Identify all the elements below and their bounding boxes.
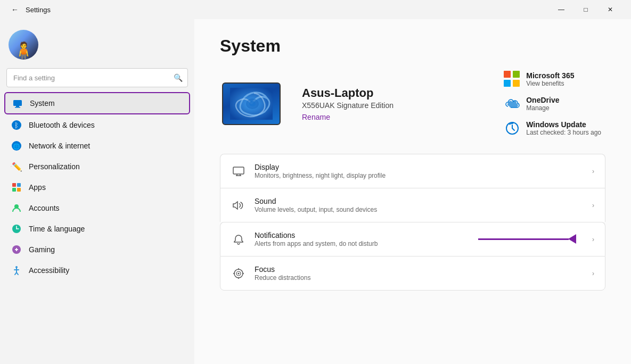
minimize-button[interactable]: —	[549, 1, 573, 18]
svg-line-24	[17, 272, 18, 275]
close-button[interactable]: ✕	[598, 1, 622, 18]
onedrive-text: OneDrive Manage	[526, 96, 559, 112]
focus-title: Focus	[255, 265, 584, 274]
laptop-swirl-svg	[230, 88, 273, 120]
personalization-icon: ✏️	[11, 161, 22, 172]
sidebar-item-personalization[interactable]: ✏️ Personalization	[4, 156, 190, 177]
focus-chevron: ›	[592, 270, 594, 277]
quick-action-onedrive[interactable]: OneDrive Manage	[504, 95, 601, 112]
svg-rect-11	[12, 188, 16, 192]
user-avatar-area: 🧍	[4, 26, 190, 68]
sidebar-item-system[interactable]: System	[4, 92, 190, 114]
settings-row-focus[interactable]: Focus Reduce distractions ›	[220, 256, 605, 291]
svg-rect-29	[233, 167, 244, 174]
sound-text: Sound Volume levels, output, input, soun…	[255, 197, 584, 213]
settings-row-notifications[interactable]: Notifications Alerts from apps and syste…	[220, 222, 605, 256]
notifications-title: Notifications	[255, 231, 584, 239]
onedrive-subtitle: Manage	[526, 104, 559, 112]
svg-rect-10	[17, 183, 21, 187]
sound-subtitle: Volume levels, output, input, sound devi…	[255, 206, 584, 213]
device-model: X556UAK Signature Edition	[302, 101, 394, 110]
sidebar-item-accessibility-label: Accessibility	[29, 266, 69, 275]
microsoft365-text: Microsoft 365 View benefits	[526, 71, 574, 87]
search-icon: 🔍	[174, 73, 183, 82]
maximize-button[interactable]: □	[573, 1, 598, 18]
gaming-icon	[11, 244, 22, 255]
search-box: 🔍	[6, 68, 188, 87]
time-icon	[11, 223, 22, 235]
windowsupdate-title: Windows Update	[526, 120, 601, 129]
ms365-sq-yellow	[513, 80, 520, 87]
onedrive-title: OneDrive	[526, 96, 559, 104]
ms365-sq-green	[513, 71, 520, 78]
sidebar-item-network[interactable]: 🌐 Network & internet	[4, 136, 190, 156]
settings-row-display[interactable]: Display Monitors, brightness, night ligh…	[220, 154, 605, 188]
windowsupdate-icon	[504, 120, 521, 137]
quick-action-microsoft365[interactable]: Microsoft 365 View benefits	[504, 71, 601, 88]
system-icon	[12, 97, 23, 109]
notifications-text: Notifications Alerts from apps and syste…	[255, 231, 584, 247]
sidebar-item-system-label: System	[30, 99, 55, 107]
sidebar-item-personalization-label: Personalization	[29, 162, 80, 171]
settings-row-sound[interactable]: Sound Volume levels, output, input, soun…	[220, 188, 605, 222]
network-icon: 🌐	[11, 140, 22, 152]
sidebar-item-apps[interactable]: Apps	[4, 177, 190, 197]
svg-rect-19	[16, 248, 17, 251]
bluetooth-icon: ᛒ	[11, 119, 22, 131]
focus-text: Focus Reduce distractions	[255, 265, 584, 282]
window-controls: — □ ✕	[549, 1, 622, 18]
sidebar-item-gaming[interactable]: Gaming	[4, 239, 190, 260]
back-button[interactable]: ←	[9, 3, 21, 16]
display-title: Display	[255, 163, 584, 171]
accounts-icon	[11, 202, 22, 214]
microsoft365-title: Microsoft 365	[526, 71, 574, 80]
svg-rect-9	[12, 183, 16, 187]
notifications-subtitle: Alerts from apps and system, do not dist…	[255, 240, 584, 247]
svg-point-27	[249, 101, 256, 106]
svg-text:🌐: 🌐	[13, 143, 20, 150]
device-name: Asus-Laptop	[302, 86, 394, 100]
apps-icon	[11, 181, 22, 193]
display-subtitle: Monitors, brightness, night light, displ…	[255, 172, 584, 179]
microsoft365-icon	[504, 71, 521, 88]
sidebar-item-gaming-label: Gaming	[29, 245, 55, 254]
nav-list: System ᛒ Bluetooth & devices 🌐	[4, 92, 190, 281]
notifications-icon	[231, 232, 246, 247]
ms365-sq-red	[504, 71, 511, 78]
title-bar: ← Settings — □ ✕	[0, 0, 631, 19]
sidebar-item-bluetooth-label: Bluetooth & devices	[29, 121, 95, 129]
display-text: Display Monitors, brightness, night ligh…	[255, 163, 584, 179]
sound-title: Sound	[255, 197, 584, 205]
onedrive-icon	[504, 95, 521, 112]
accessibility-icon	[11, 264, 22, 276]
display-chevron: ›	[592, 168, 594, 175]
device-info: Asus-Laptop X556UAK Signature Edition Re…	[302, 86, 394, 121]
quick-action-windowsupdate[interactable]: Windows Update Last checked: 3 hours ago	[504, 120, 601, 137]
svg-rect-1	[16, 106, 19, 107]
laptop-preview	[222, 82, 281, 125]
main-content: System As	[194, 19, 631, 364]
focus-icon	[231, 266, 246, 281]
svg-text:ᛒ: ᛒ	[14, 121, 19, 129]
app-title: Settings	[26, 6, 549, 14]
settings-list: Display Monitors, brightness, night ligh…	[220, 154, 605, 291]
microsoft365-subtitle: View benefits	[526, 80, 574, 87]
sidebar-item-accounts[interactable]: Accounts	[4, 198, 190, 218]
notifications-chevron: ›	[592, 236, 594, 243]
avatar-icon: 🧍	[12, 43, 36, 60]
sidebar-item-bluetooth[interactable]: ᛒ Bluetooth & devices	[4, 115, 190, 135]
search-input[interactable]	[6, 68, 188, 87]
svg-rect-0	[13, 100, 22, 106]
app-body: 🧍 🔍 System	[0, 19, 631, 364]
rename-link[interactable]: Rename	[302, 113, 394, 121]
display-icon	[231, 164, 246, 179]
sound-chevron: ›	[592, 202, 594, 209]
sound-icon	[231, 198, 246, 213]
sidebar-item-time[interactable]: Time & language	[4, 219, 190, 239]
page-title: System	[220, 36, 605, 56]
sidebar-item-accessibility[interactable]: Accessibility	[4, 260, 190, 280]
device-card: Asus-Laptop X556UAK Signature Edition Re…	[220, 71, 605, 137]
notifications-row-wrap: Notifications Alerts from apps and syste…	[220, 222, 605, 256]
svg-rect-12	[17, 188, 21, 192]
focus-subtitle: Reduce distractions	[255, 274, 584, 282]
